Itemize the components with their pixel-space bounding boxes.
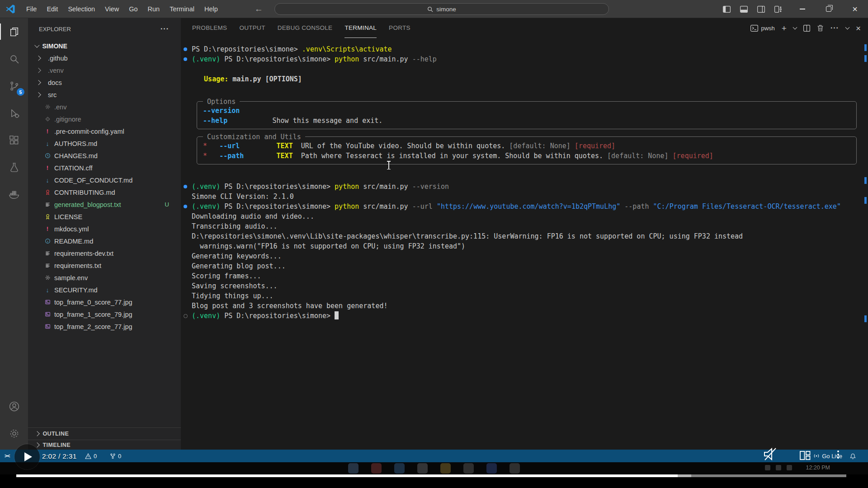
close-button[interactable]: × (842, 0, 868, 18)
activity-settings[interactable] (0, 420, 28, 447)
file-item-docs[interactable]: docs (28, 76, 181, 89)
menu-run[interactable]: Run (143, 0, 165, 18)
terminal-line: Scoring frames... (181, 271, 862, 281)
terminal-more-actions-icon[interactable]: ··· (830, 24, 839, 32)
menu-edit[interactable]: Edit (42, 0, 63, 18)
taskbar-app-icon-2[interactable] (371, 463, 382, 474)
git-status-badge: U (165, 201, 169, 208)
tab-output[interactable]: OUTPUT (239, 18, 265, 38)
file-item-generated_blogpost.txt[interactable]: generated_blogpost.txtU (28, 198, 181, 211)
file-item-requirements.txt[interactable]: requirements.txt (28, 259, 181, 272)
section-outline[interactable]: OUTLINE (28, 427, 181, 440)
hide-panel-icon[interactable] (845, 25, 849, 30)
kill-terminal-icon[interactable] (817, 24, 824, 32)
terminal-profile-dropdown-icon[interactable] (793, 25, 797, 30)
remote-indicator[interactable]: >< (5, 450, 9, 462)
terminal-cursor (335, 311, 339, 319)
file-item-CHANGES.md[interactable]: CHANGES.md (28, 150, 181, 162)
command-center-search[interactable]: simone (274, 3, 609, 15)
file-item-sample.env[interactable]: sample.env (28, 272, 181, 284)
tab-problems[interactable]: PROBLEMS (192, 18, 227, 38)
file-item-CODE_OF_CONDUCT.md[interactable]: ↓CODE_OF_CONDUCT.md (28, 174, 181, 186)
video-more-options-icon[interactable] (837, 450, 839, 459)
ports-item[interactable]: 0 (110, 450, 121, 462)
panel-header: PROBLEMSOUTPUTDEBUG CONSOLETERMINALPORTS… (181, 18, 868, 38)
file-item-mkdocs.yml[interactable]: !mkdocs.yml (28, 223, 181, 235)
file-item-.venv[interactable]: .venv (28, 64, 181, 76)
split-terminal-icon[interactable] (803, 25, 810, 32)
file-item-.env[interactable]: .env (28, 101, 181, 113)
activity-explorer[interactable] (0, 18, 28, 45)
taskbar-app-icon-4[interactable] (417, 463, 428, 474)
tab-terminal[interactable]: TERMINAL (344, 18, 377, 38)
file-item-.gitignore[interactable]: .gitignore (28, 113, 181, 125)
explorer-root-folder[interactable]: SIMONE (28, 40, 181, 52)
close-panel-icon[interactable]: × (856, 24, 861, 33)
file-item-src[interactable]: src (28, 89, 181, 101)
menu-go[interactable]: Go (124, 0, 142, 18)
video-play-button[interactable] (14, 444, 40, 469)
file-item-LICENSE[interactable]: LICENSE (28, 211, 181, 223)
toggle-sidebar-icon[interactable] (723, 6, 731, 13)
back-arrow-icon[interactable]: ← (255, 4, 263, 14)
file-item-CONTRIBUTING.md[interactable]: CONTRIBUTING.md (28, 186, 181, 198)
activity-run-debug[interactable] (0, 99, 28, 127)
activity-search[interactable] (0, 45, 28, 72)
menu-selection[interactable]: Selection (63, 0, 100, 18)
file-item-AUTHORS.md[interactable]: ↓AUTHORS.md (28, 137, 181, 150)
minimize-button[interactable] (789, 0, 816, 18)
file-item-top_frame_0_score_77.jpg[interactable]: top_frame_0_score_77.jpg (28, 296, 181, 308)
activity-source-control[interactable]: 5 (0, 72, 28, 99)
terminal-line: Tidying things up... (181, 291, 862, 301)
restore-icon (826, 6, 831, 12)
toggle-secondary-sidebar-icon[interactable] (757, 6, 765, 13)
taskbar-app-icon-3[interactable] (394, 463, 405, 474)
tab-ports[interactable]: PORTS (389, 18, 410, 38)
file-item-top_frame_1_score_79.jpg[interactable]: top_frame_1_score_79.jpg (28, 308, 181, 320)
taskbar-app-icon-6[interactable] (463, 463, 474, 474)
video-progress-bar[interactable] (16, 474, 846, 477)
terminal-line: Generating blog post... (181, 261, 862, 271)
notifications-bell-icon[interactable] (849, 453, 856, 460)
file-item-SECURITY.md[interactable]: ↓SECURITY.md (28, 284, 181, 296)
toggle-panel-icon[interactable] (740, 6, 748, 13)
warnings-item[interactable]: 0 (85, 450, 97, 462)
activity-testing[interactable] (0, 154, 28, 181)
terminal-output[interactable]: PS D:\repositories\simone> .venv\Scripts… (181, 38, 862, 450)
file-item-README.md[interactable]: README.md (28, 235, 181, 247)
new-terminal-button[interactable]: + (782, 24, 787, 33)
activity-account[interactable] (0, 393, 28, 420)
video-pip-icon[interactable] (799, 450, 811, 461)
terminal-shell-item[interactable]: pwsh (750, 25, 774, 32)
file-item-requirements-dev.txt[interactable]: requirements-dev.txt (28, 247, 181, 259)
file-item-.github[interactable]: .github (28, 52, 181, 64)
settings-icon (9, 428, 20, 439)
taskbar-app-icon-7[interactable] (486, 463, 497, 474)
activity-extensions[interactable] (0, 127, 28, 154)
run-debug-icon (9, 108, 20, 119)
activity-docker[interactable] (0, 181, 28, 208)
clock-icon (44, 153, 51, 159)
info-icon (44, 238, 51, 244)
file-item-.pre-commit-config.yaml[interactable]: !.pre-commit-config.yaml (28, 125, 181, 137)
explorer-more-actions-icon[interactable]: ··· (160, 25, 169, 33)
menu-file[interactable]: File (21, 0, 42, 18)
taskbar-app-icon-8[interactable] (509, 463, 520, 474)
taskbar-app-icon-5[interactable] (440, 463, 451, 474)
tab-debug-console[interactable]: DEBUG CONSOLE (278, 18, 333, 38)
bang-icon: ! (44, 128, 51, 134)
customize-layout-icon[interactable] (774, 6, 782, 13)
taskbar-app-icon-1[interactable] (348, 463, 359, 474)
restore-button[interactable] (816, 0, 842, 18)
file-item-top_frame_2_score_77.jpg[interactable]: top_frame_2_score_77.jpg (28, 320, 181, 333)
section-timeline[interactable]: TIMELINE (28, 440, 181, 450)
file-item-CITATION.cff[interactable]: !CITATION.cff (28, 162, 181, 174)
menu-help[interactable]: Help (199, 0, 223, 18)
file-label: sample.env (54, 274, 88, 282)
menu-terminal[interactable]: Terminal (165, 0, 199, 18)
file-label: CHANGES.md (54, 152, 98, 160)
video-mute-icon[interactable] (762, 447, 778, 461)
docker-icon (8, 188, 20, 200)
menu-view[interactable]: View (100, 0, 124, 18)
bang-icon: ! (44, 165, 51, 171)
